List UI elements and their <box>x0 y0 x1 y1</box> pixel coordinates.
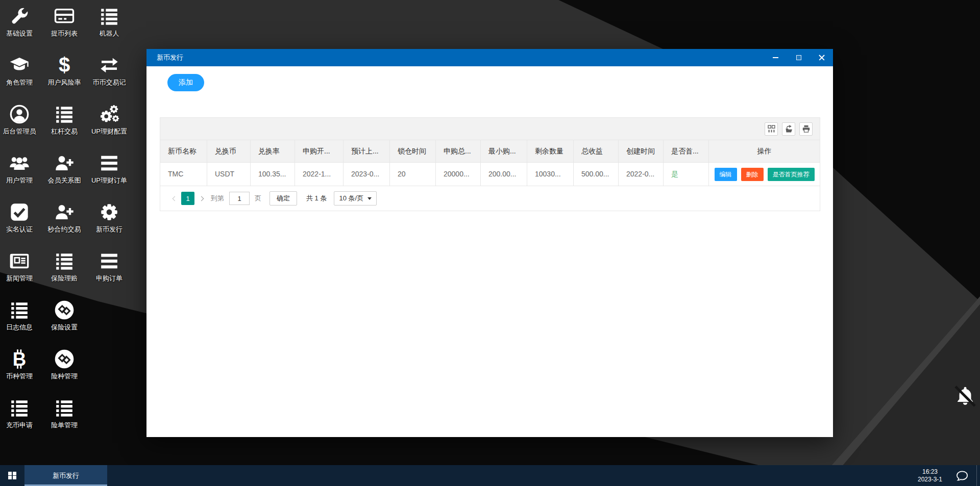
page-size-select[interactable]: 10 条/页 <box>334 191 377 206</box>
total-count-label: 共 1 条 <box>306 194 327 203</box>
show-desktop-button[interactable] <box>976 465 980 486</box>
table-cell: 20 <box>390 163 436 186</box>
table-cell: TMC <box>160 163 207 186</box>
desktop-shortcut[interactable]: 提币列表 <box>45 6 84 37</box>
table-header-cell: 总收益 <box>574 140 619 162</box>
minimize-icon <box>773 57 778 58</box>
add-button[interactable]: 添加 <box>167 74 204 91</box>
table-header-cell: 是否首... <box>664 140 709 162</box>
edit-button[interactable]: 编辑 <box>715 168 737 181</box>
desktop-shortcut[interactable]: 后台管理员 <box>0 104 39 135</box>
desktop-shortcut[interactable]: $用户风险率 <box>45 55 84 86</box>
gear-icon <box>90 202 129 224</box>
start-button[interactable] <box>0 465 24 486</box>
taskbar-clock[interactable]: 16:23 2023-3-1 <box>912 465 948 486</box>
desktop-shortcut[interactable]: 险单管理 <box>45 398 84 429</box>
maximize-button[interactable] <box>787 49 810 66</box>
desktop-shortcut[interactable]: 会员关系图 <box>45 153 84 184</box>
card-icon <box>45 6 84 29</box>
desktop-shortcut[interactable]: 实名认证 <box>0 202 39 233</box>
desktop-shortcut[interactable]: 基础设置 <box>0 6 39 37</box>
goto-page-input[interactable] <box>229 192 250 205</box>
desktop-shortcut[interactable]: 角色管理 <box>0 55 39 86</box>
table-header-cell: 兑换率 <box>251 140 295 162</box>
desktop-shortcut[interactable]: 日志信息 <box>0 300 39 331</box>
desktop-shortcut-label: 秒合约交易 <box>45 225 84 233</box>
table-toolbar <box>160 118 820 140</box>
table-header-cell: 锁仓时间 <box>390 140 436 162</box>
taskbar-item-active[interactable]: 新币发行 <box>24 465 107 486</box>
window-title: 新币发行 <box>146 53 183 62</box>
desktop-shortcut[interactable]: 机器人 <box>90 6 129 37</box>
desktop-shortcut-label: 会员关系图 <box>45 176 84 184</box>
desktop-shortcut[interactable]: 新币发行 <box>90 202 129 233</box>
desktop-shortcut-label: 后台管理员 <box>0 127 39 135</box>
delete-button[interactable]: 删除 <box>741 168 764 181</box>
table-cell: 200.00... <box>481 163 527 186</box>
page-unit-label: 页 <box>255 194 261 203</box>
maximize-icon <box>796 55 801 60</box>
close-button[interactable] <box>810 49 833 66</box>
table-cell: 10030... <box>527 163 574 186</box>
desktop-shortcut-label: 申购订单 <box>90 274 129 282</box>
usercircle-icon <box>0 104 39 126</box>
filter-columns-icon <box>768 125 775 133</box>
desktop-shortcut-label: 实名认证 <box>0 225 39 233</box>
cap-icon <box>0 55 39 78</box>
insurance-icon <box>45 300 84 322</box>
chevron-left-icon <box>172 196 177 201</box>
action-center-icon[interactable] <box>955 469 969 482</box>
desktop-shortcut-label: 险单管理 <box>45 421 84 429</box>
desktop-shortcut[interactable]: UP理财配置 <box>90 104 129 135</box>
recommend-homepage-button[interactable]: 是否首页推荐 <box>768 168 815 181</box>
list-icon <box>45 398 84 420</box>
filter-columns-button[interactable] <box>765 122 778 136</box>
desktop-shortcut-label: UP理财订单 <box>90 176 129 184</box>
bitcoin-icon: B <box>0 349 39 371</box>
window-titlebar[interactable]: 新币发行 <box>146 49 833 66</box>
list-icon <box>0 398 39 420</box>
desktop-shortcut[interactable]: 充币申请 <box>0 398 39 429</box>
users-icon <box>0 153 39 175</box>
desktop-shortcut[interactable]: 保险设置 <box>45 300 84 331</box>
desktop-shortcut-label: 用户管理 <box>0 176 39 184</box>
table-header-cell: 最小购... <box>481 140 527 162</box>
desktop-shortcut[interactable]: 杠杆交易 <box>45 104 84 135</box>
desktop-shortcut-label: 杠杆交易 <box>45 127 84 135</box>
desktop-shortcut[interactable]: 申购订单 <box>90 251 129 282</box>
prev-page-button[interactable] <box>168 192 181 205</box>
desktop-shortcut[interactable]: UP理财订单 <box>90 153 129 184</box>
print-button[interactable] <box>799 122 813 136</box>
minimize-button[interactable] <box>764 49 787 66</box>
table-header-row: 新币名称兑换币兑换率申购开...预计上...锁仓时间申购总...最小购...剩余… <box>160 140 820 163</box>
desktop-shortcut[interactable]: B币种管理 <box>0 349 39 380</box>
next-page-button[interactable] <box>194 192 208 205</box>
list-icon <box>0 300 39 322</box>
desktop-shortcut-label: 用户风险率 <box>45 79 84 86</box>
desktop-shortcut[interactable]: 新闻管理 <box>0 251 39 282</box>
page-size-value: 10 条/页 <box>339 194 363 203</box>
notifications-muted-bell-icon[interactable] <box>953 383 977 409</box>
export-button[interactable] <box>782 122 795 136</box>
table-header-cell: 创建时间 <box>619 140 664 162</box>
taskbar-item-label: 新币发行 <box>53 471 79 480</box>
desktop-shortcut[interactable]: 秒合约交易 <box>45 202 84 233</box>
desktop-shortcut-label: 日志信息 <box>0 323 39 331</box>
close-icon <box>819 55 825 61</box>
news-icon <box>0 251 39 273</box>
page-1-button[interactable]: 1 <box>181 192 194 205</box>
checksq-icon <box>0 202 39 224</box>
desktop-shortcut-label: 币币交易记 <box>90 79 129 86</box>
desktop-shortcut[interactable]: 币币交易记 <box>90 55 129 86</box>
confirm-page-button[interactable]: 确定 <box>270 191 297 206</box>
desktop-shortcut[interactable]: 用户管理 <box>0 153 39 184</box>
pagination: 1 到第 页 确定 共 1 条 10 条/页 <box>160 186 820 211</box>
window-controls <box>764 49 833 66</box>
exchange-icon <box>90 55 129 78</box>
print-icon <box>802 125 810 133</box>
table-header-cell: 申购总... <box>436 140 481 162</box>
desktop-shortcut[interactable]: 险种管理 <box>45 349 84 380</box>
table-row: TMCUSDT100.35...2022-1...2023-0...202000… <box>160 163 820 186</box>
gears-icon <box>90 104 129 126</box>
desktop-shortcut[interactable]: 保险理赔 <box>45 251 84 282</box>
